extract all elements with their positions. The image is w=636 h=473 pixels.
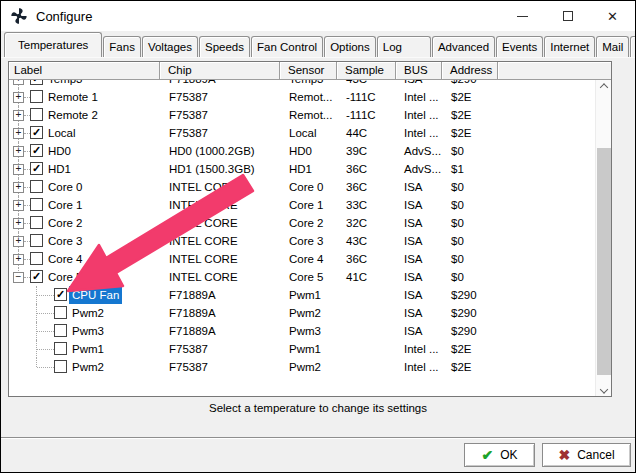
tab-events[interactable]: Events [496, 36, 543, 57]
column-header-address[interactable]: Address [442, 62, 498, 80]
table-row[interactable]: + Core 2 INTEL CORE Core 2 32C ISA $0 [10, 214, 594, 232]
row-checkbox[interactable]: ✓ [30, 144, 43, 157]
row-label-core-3[interactable]: Core 3 [45, 232, 86, 250]
row-label-core-4[interactable]: Core 4 [45, 250, 86, 268]
row-checkbox[interactable] [54, 360, 67, 373]
row-checkbox[interactable] [30, 252, 43, 265]
row-label-core-2[interactable]: Core 2 [45, 214, 86, 232]
row-checkbox[interactable] [54, 342, 67, 355]
ok-button[interactable]: ✔ OK [464, 443, 535, 467]
expand-plus-toggle[interactable]: + [13, 92, 24, 103]
tab-mail[interactable]: Mail [596, 36, 629, 57]
column-header-chip[interactable]: Chip [160, 62, 280, 80]
expand-plus-toggle[interactable]: + [13, 164, 24, 175]
sensor-list[interactable]: + ✓ Temp3 F71889A Temp3 43C ISA $290 + R… [8, 61, 612, 397]
table-row[interactable]: + ✓ Temp3 F71889A Temp3 43C ISA $290 [10, 80, 594, 88]
collapse-minus-toggle[interactable]: − [13, 272, 24, 283]
scroll-down-button[interactable] [596, 379, 612, 396]
row-label-temp3[interactable]: Temp3 [45, 80, 86, 88]
row-checkbox[interactable] [54, 306, 67, 319]
tab-options[interactable]: Options [324, 36, 376, 57]
tab-internet[interactable]: Internet [544, 36, 595, 57]
fan-icon[interactable] [10, 7, 28, 25]
row-label-hd1[interactable]: HD1 [45, 160, 74, 178]
cell-chip: F71889A [169, 80, 216, 88]
scrollbar-thumb[interactable] [597, 148, 611, 375]
row-label-remote-2[interactable]: Remote 2 [45, 106, 101, 124]
table-row[interactable]: + ✓ Local F75387 Local 44C Intel ... $2E [10, 124, 594, 142]
cell-sample: -111C [346, 106, 376, 124]
tab-speeds[interactable]: Speeds [199, 36, 250, 57]
table-row[interactable]: Pwm2 F71889A Pwm2 ISA $290 [10, 304, 594, 322]
row-label-cpu-fan[interactable]: CPU Fan [69, 286, 122, 304]
cell-sensor: Core 3 [289, 232, 324, 250]
row-checkbox[interactable] [30, 216, 43, 229]
tab-temperatures[interactable]: Temperatures [4, 32, 102, 57]
table-row[interactable]: + Remote 2 F75387 Remot... -111C Intel .… [10, 106, 594, 124]
scroll-up-button[interactable] [596, 80, 612, 97]
expand-plus-toggle[interactable]: + [13, 236, 24, 247]
minimize-button[interactable] [500, 1, 545, 31]
row-checkbox[interactable]: ✓ [54, 288, 67, 301]
row-label-core-1[interactable]: Core 1 [45, 196, 86, 214]
expand-plus-toggle[interactable]: + [13, 128, 24, 139]
table-row[interactable]: + Core 0 INTEL CORE Core 0 36C ISA $0 [10, 178, 594, 196]
row-label-core-0[interactable]: Core 0 [45, 178, 86, 196]
column-header-bus[interactable]: BUS [396, 62, 442, 80]
tab-log[interactable]: Log [377, 36, 431, 57]
table-row-selected[interactable]: ✓ CPU Fan F71889A Pwm1 ISA $290 [10, 286, 594, 304]
vertical-scrollbar[interactable] [595, 80, 611, 396]
tab-advanced[interactable]: Advanced [432, 36, 495, 57]
row-label-pwm2[interactable]: Pwm2 [69, 358, 107, 376]
column-header-sensor[interactable]: Sensor [280, 62, 337, 80]
expand-plus-toggle[interactable]: + [13, 146, 24, 157]
row-checkbox[interactable]: ✓ [30, 162, 43, 175]
column-header-label[interactable]: Label [9, 62, 160, 80]
tab-fan-control[interactable]: Fan Control [251, 36, 323, 57]
table-row[interactable]: Pwm2 F75387 Pwm2 Intel ... $2E [10, 358, 594, 376]
table-row[interactable]: + ✓ HD1 HD1 (1500.3GB) HD1 36C AdvS... $… [10, 160, 594, 178]
tab-voltages[interactable]: Voltages [142, 36, 198, 57]
table-row[interactable]: + Core 4 INTEL CORE Core 4 36C ISA $0 [10, 250, 594, 268]
cell-address: $290 [451, 80, 477, 88]
row-label-pwm2[interactable]: Pwm2 [69, 304, 107, 322]
tab-xap[interactable]: xAP [630, 36, 635, 57]
expand-plus-toggle[interactable]: + [13, 80, 24, 85]
row-label-core-5[interactable]: Core 5 [45, 268, 86, 286]
row-checkbox[interactable] [30, 234, 43, 247]
row-checkbox[interactable] [54, 324, 67, 337]
close-button[interactable]: ✕ [590, 1, 635, 31]
table-row[interactable]: + ✓ HD0 HD0 (1000.2GB) HD0 39C AdvS... $… [10, 142, 594, 160]
row-label-pwm3[interactable]: Pwm3 [69, 322, 107, 340]
tree-connector-horizontal [37, 331, 54, 332]
table-row[interactable]: + Core 1 INTEL CORE Core 1 33C ISA $0 [10, 196, 594, 214]
row-label-local[interactable]: Local [45, 124, 79, 142]
expand-plus-toggle[interactable]: + [13, 110, 24, 121]
maximize-button[interactable] [545, 1, 590, 31]
table-row[interactable]: Pwm1 F75387 Pwm1 Intel ... $2E [10, 340, 594, 358]
row-checkbox[interactable]: ✓ [30, 80, 43, 85]
row-label-hd0[interactable]: HD0 [45, 142, 74, 160]
expand-plus-toggle[interactable]: + [13, 200, 24, 211]
titlebar[interactable]: Configure ✕ [1, 1, 635, 31]
table-row[interactable]: Pwm3 F71889A Pwm3 ISA $290 [10, 322, 594, 340]
row-checkbox[interactable]: ✓ [30, 270, 43, 283]
expand-plus-toggle[interactable]: + [13, 218, 24, 229]
row-label-pwm1[interactable]: Pwm1 [69, 340, 107, 358]
row-checkbox[interactable] [30, 198, 43, 211]
tab-fans[interactable]: Fans [103, 36, 141, 57]
row-checkbox[interactable] [30, 108, 43, 121]
cancel-button[interactable]: ✖ Cancel [542, 443, 631, 467]
expand-plus-toggle[interactable]: + [13, 254, 24, 265]
cell-address: $290 [451, 286, 477, 304]
expand-plus-toggle[interactable]: + [13, 182, 24, 193]
cell-bus: Intel ... [404, 340, 439, 358]
table-row[interactable]: + Core 3 INTEL CORE Core 3 43C ISA $0 [10, 232, 594, 250]
row-checkbox[interactable] [30, 180, 43, 193]
row-checkbox[interactable] [30, 90, 43, 103]
row-checkbox[interactable]: ✓ [30, 126, 43, 139]
table-row[interactable]: − ✓ Core 5 INTEL CORE Core 5 41C ISA $0 [10, 268, 594, 286]
column-header-sample[interactable]: Sample [337, 62, 396, 80]
table-row[interactable]: + Remote 1 F75387 Remot... -111C Intel .… [10, 88, 594, 106]
row-label-remote-1[interactable]: Remote 1 [45, 88, 101, 106]
